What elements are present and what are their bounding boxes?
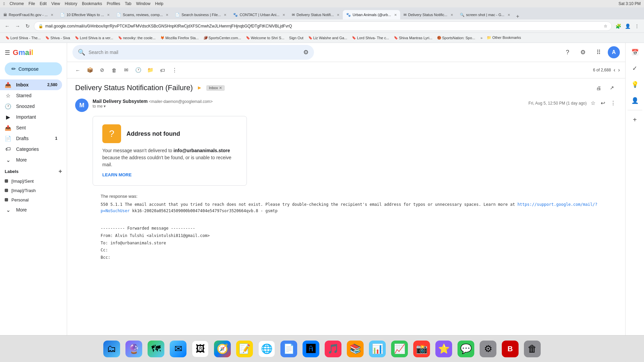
tab-6[interactable]: ✉ Delivery Status Notifi... ✕ — [288, 10, 343, 19]
prev-email-button[interactable]: ‹ — [613, 67, 615, 73]
dock-photos[interactable]: 🖼 — [191, 339, 210, 359]
compose-button[interactable]: ✏ Compose — [5, 62, 62, 75]
file-menu[interactable]: File — [29, 1, 35, 6]
filter-icon[interactable]: ⚙ — [303, 49, 309, 56]
apple-menu[interactable]:  — [3, 1, 5, 6]
snooze-button[interactable]: 🕐 — [133, 65, 144, 75]
dock-messages[interactable]: 💬 — [456, 339, 476, 359]
profile-icon[interactable]: 👤 — [624, 22, 631, 30]
tasks-panel-icon[interactable]: ✓ — [628, 62, 642, 75]
dock-maps[interactable]: 🗺 — [146, 339, 166, 359]
search-input[interactable] — [89, 50, 300, 55]
labels-more-button[interactable]: ⌄ More — [0, 204, 62, 215]
dock-trash[interactable]: 🗑 — [523, 339, 542, 359]
calendar-panel-icon[interactable]: 📅 — [628, 46, 642, 59]
label-imap-trash[interactable]: [Imap]/Trash — [0, 186, 67, 195]
dock-books[interactable]: 📚 — [345, 339, 365, 359]
nav-snoozed[interactable]: 🕐 Snoozed — [0, 101, 62, 112]
nav-inbox[interactable]: 📥 Inbox 2,580 — [0, 79, 62, 90]
report-spam-button[interactable]: ⊘ — [97, 65, 107, 75]
tab-close[interactable]: ✕ — [394, 13, 397, 17]
tab-9[interactable]: 🔍 screen shot | mac - G... ✕ — [457, 10, 514, 19]
dock-pages[interactable]: 📄 — [279, 339, 299, 359]
mark-as-button[interactable]: ✉ — [121, 65, 131, 75]
delete-button[interactable]: 🗑 — [109, 65, 119, 75]
bookmark-11[interactable]: 🔖Shiva Mantras Lyri... — [392, 35, 434, 41]
bookmark-9[interactable]: 🔖Liz Walshe and Ga... — [306, 35, 350, 41]
tab-close[interactable]: ✕ — [51, 13, 53, 17]
back-to-inbox-button[interactable]: ← — [72, 65, 83, 75]
open-in-new-button[interactable]: ↗ — [606, 82, 617, 93]
dock-reeder[interactable]: ⭐ — [434, 339, 453, 359]
extensions-icon[interactable]: 🧩 — [614, 22, 622, 30]
nav-starred[interactable]: ☆ Starred — [0, 90, 62, 101]
bookmark-3[interactable]: 🔖Lord Shiva is a ver... — [73, 35, 115, 41]
add-label-button[interactable]: + — [58, 168, 62, 175]
dock-sysprefs[interactable]: ⚙ — [478, 339, 498, 359]
dock-siri[interactable]: 🔮 — [124, 339, 144, 359]
more-options-icon[interactable]: ⋮ — [633, 22, 641, 30]
history-menu[interactable]: History — [65, 1, 77, 6]
dock-notes[interactable]: 📝 — [235, 339, 254, 359]
help-menu[interactable]: Help — [155, 1, 163, 6]
dock-chrome[interactable]: 🌐 — [257, 339, 276, 359]
nav-drafts[interactable]: 📄 Drafts 1 — [0, 133, 62, 144]
print-button[interactable]: 🖨 — [593, 82, 604, 93]
tab-1[interactable]: 🏛 ReportFraud.ftc.gov - ... ✕ — [0, 10, 57, 19]
expand-panel-button[interactable]: + — [628, 113, 642, 126]
keep-panel-icon[interactable]: 💡 — [628, 78, 642, 91]
address-bar[interactable]: 🔒 mail.google.com/mail/u/0/#inbox/lqrrRj… — [34, 21, 612, 31]
bookmark-1[interactable]: 🔖Lord Shiva - The... — [3, 35, 43, 41]
label-button[interactable]: 🏷 — [157, 65, 168, 75]
back-button[interactable]: ← — [3, 22, 11, 30]
tab-3[interactable]: 📄 Scams, reviews, comp... ✕ — [113, 10, 172, 19]
new-tab-button[interactable]: + — [514, 13, 522, 19]
window-menu[interactable]: Window — [136, 1, 151, 6]
dock-numbers[interactable]: 📈 — [390, 339, 409, 359]
bookmark-5[interactable]: 🦊Mozilla Firefox Sta... — [158, 35, 201, 41]
hamburger-menu[interactable]: ☰ — [5, 49, 10, 56]
more-bookmarks-button[interactable]: » — [479, 35, 484, 41]
nav-more[interactable]: ⌄ More — [0, 155, 62, 165]
star-message-button[interactable]: ☆ — [589, 99, 597, 108]
dock-mail[interactable]: ✉ — [168, 339, 188, 359]
bookmark-4[interactable]: 🔖neoviky: the coole... — [116, 35, 158, 41]
inbox-tag-close[interactable]: ✕ — [219, 86, 222, 90]
more-actions-button[interactable]: ⋮ — [169, 65, 180, 75]
dock-keynote[interactable]: 📊 — [368, 339, 387, 359]
contacts-panel-icon[interactable]: 👤 — [628, 94, 642, 107]
tab-close[interactable]: ✕ — [224, 13, 226, 17]
tab-4[interactable]: 📄 Search business | File... ✕ — [172, 10, 230, 19]
bookmarks-menu[interactable]: Bookmarks — [82, 1, 102, 6]
bookmark-10[interactable]: 🔖Lord Shiva- The c... — [350, 35, 391, 41]
star-icon[interactable]: ☆ — [604, 24, 607, 28]
tab-2[interactable]: 📄 10 Effective Ways to ... ✕ — [57, 10, 113, 19]
tab-8[interactable]: ✉ Delivery Status Notific... ✕ — [400, 10, 457, 19]
dock-music[interactable]: 🎵 — [323, 339, 343, 359]
tab-close[interactable]: ✕ — [450, 13, 453, 17]
archive-button[interactable]: 📦 — [85, 65, 95, 75]
help-icon[interactable]: ? — [561, 46, 574, 58]
to-me[interactable]: to me — [93, 104, 525, 109]
bookmark-6[interactable]: 🏈SportsCenter.com... — [202, 35, 243, 41]
tab-close[interactable]: ✕ — [337, 13, 339, 17]
forward-button[interactable]: → — [14, 22, 21, 30]
learn-more-link[interactable]: LEARN MORE — [102, 172, 131, 177]
nav-sent[interactable]: 📤 Sent — [0, 122, 62, 133]
bookmark-2[interactable]: 🔖Shiva - Siva — [43, 35, 72, 41]
label-imap-sent[interactable]: [Imap]/Sent — [0, 176, 67, 186]
tab-close[interactable]: ✕ — [282, 13, 285, 17]
edit-menu[interactable]: Edit — [40, 1, 47, 6]
bookmark-12[interactable]: 🏀SportsNation: Spo... — [435, 35, 477, 41]
apps-icon[interactable]: ⠿ — [592, 46, 604, 58]
dock-finder[interactable]: 🗂 — [102, 339, 121, 359]
chrome-menu[interactable]: Chrome — [9, 1, 24, 6]
tab-5[interactable]: 🐾 CONTACT | Urban Ani... ✕ — [230, 10, 288, 19]
view-menu[interactable]: View — [51, 1, 60, 6]
tab-close[interactable]: ✕ — [166, 13, 168, 17]
tab-menu[interactable]: Tab — [125, 1, 131, 6]
nav-categories[interactable]: 🏷 Categories — [0, 144, 62, 155]
tab-close[interactable]: ✕ — [507, 13, 510, 17]
dock-appstore[interactable]: 🅰 — [301, 339, 321, 359]
tab-close[interactable]: ✕ — [107, 13, 110, 17]
